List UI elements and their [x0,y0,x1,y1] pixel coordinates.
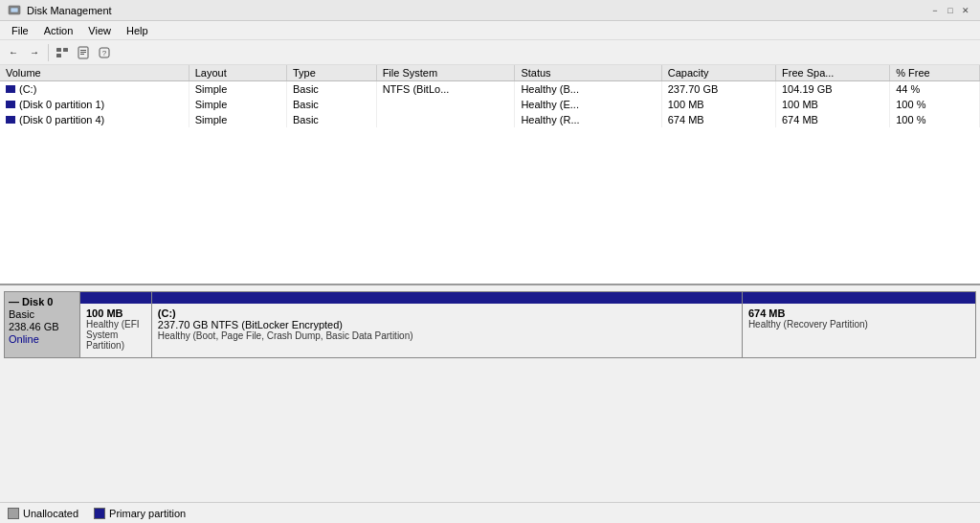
partition-recovery-size: 674 MB [748,307,969,319]
svg-text:?: ? [102,49,107,57]
menu-help[interactable]: Help [119,23,156,38]
col-layout[interactable]: Layout [189,65,286,81]
window-controls: − □ ✕ [928,4,972,17]
table-cell: Basic [286,97,376,112]
partition-recovery[interactable]: 674 MB Healthy (Recovery Partition) [743,292,975,357]
volume-icon [6,101,15,108]
volume-name: (Disk 0 partition 1) [19,99,104,110]
disk-size: 238.46 GB [9,321,76,332]
volume-name: (C:) [19,83,36,95]
table-cell: 100 MB [661,97,775,112]
partition-header-bar-recovery [743,292,975,304]
disk-name: — Disk 0 [9,296,76,307]
table-cell: 44 % [890,81,980,98]
svg-rect-2 [56,48,61,52]
menu-view[interactable]: View [80,23,119,38]
svg-rect-6 [80,50,86,51]
table-cell: 674 MB [661,112,775,127]
disk-section: — Disk 0 Basic 238.46 GB Online 100 MB H… [0,285,980,502]
table-cell: 674 MB [776,112,890,127]
col-status[interactable]: Status [515,65,661,81]
partition-main[interactable]: (C:) 237.70 GB NTFS (BitLocker Encrypted… [152,292,743,357]
svg-rect-4 [56,54,61,57]
svg-rect-1 [11,8,18,12]
cell-volume: (Disk 0 partition 1) [0,97,189,112]
col-type[interactable]: Type [286,65,376,81]
col-volume[interactable]: Volume [0,65,189,81]
main-content: Volume Layout Type File System Status Ca… [0,65,980,502]
svg-rect-8 [80,54,84,55]
disk-label-0: — Disk 0 Basic 238.46 GB Online [4,291,80,358]
partition-header-bar [80,292,151,304]
title-bar: Disk Management − □ ✕ [0,0,980,21]
table-row[interactable]: (Disk 0 partition 4)SimpleBasicHealthy (… [0,112,980,127]
col-pctfree[interactable]: % Free [890,65,980,81]
partition-main-status: Healthy (Boot, Page File, Crash Dump, Ba… [158,330,736,341]
table-cell: Simple [189,97,286,112]
volume-table-section: Volume Layout Type File System Status Ca… [0,65,980,285]
partition-efi-status: Healthy (EFI System Partition) [86,319,145,351]
disk-row-0: — Disk 0 Basic 238.46 GB Online 100 MB H… [4,291,976,358]
legend-primary-box [94,508,105,519]
legend-unalloc-box [8,508,19,519]
partition-efi[interactable]: 100 MB Healthy (EFI System Partition) [80,292,152,357]
svg-rect-3 [63,48,68,52]
table-cell [376,112,515,127]
partition-recovery-status: Healthy (Recovery Partition) [748,319,969,330]
menu-bar: File Action View Help [0,21,980,40]
disk-type: Basic [9,308,76,320]
partition-header-bar-main [152,292,742,304]
legend-primary-label: Primary partition [109,508,186,519]
table-cell: 100 % [890,112,980,127]
table-cell: Healthy (R... [515,112,661,127]
menu-file[interactable]: File [4,23,36,38]
table-cell: 100 % [890,97,980,112]
refresh-button[interactable] [53,43,72,62]
table-cell: Simple [189,81,286,98]
close-button[interactable]: ✕ [959,4,972,17]
toolbar-separator [48,44,49,61]
table-cell: Healthy (E... [515,97,661,112]
table-cell: Basic [286,81,376,98]
volume-table: Volume Layout Type File System Status Ca… [0,65,980,127]
forward-button[interactable]: → [25,43,44,62]
maximize-button[interactable]: □ [944,4,957,17]
table-cell: 100 MB [776,97,890,112]
table-cell [376,97,515,112]
table-cell: 104.19 GB [776,81,890,98]
table-row[interactable]: (C:)SimpleBasicNTFS (BitLo...Healthy (B.… [0,81,980,98]
partition-efi-size: 100 MB [86,307,145,319]
svg-rect-7 [80,52,86,53]
disk-status: Online [9,333,76,345]
table-header-row: Volume Layout Type File System Status Ca… [0,65,980,81]
legend-primary: Primary partition [94,508,186,519]
table-cell: Basic [286,112,376,127]
window-title: Disk Management [27,5,112,16]
volume-icon [6,85,15,93]
minimize-button[interactable]: − [928,4,942,17]
table-cell: 237.70 GB [661,81,775,98]
volume-name: (Disk 0 partition 4) [19,114,104,125]
menu-action[interactable]: Action [36,23,81,38]
properties-button[interactable] [74,43,93,62]
cell-volume: (Disk 0 partition 4) [0,112,189,127]
legend-unallocated: Unallocated [8,508,78,519]
help-button[interactable]: ? [95,43,114,62]
status-bar: Unallocated Primary partition [0,502,980,523]
col-capacity[interactable]: Capacity [661,65,775,81]
partition-main-fs: 237.70 GB NTFS (BitLocker Encrypted) [158,319,736,330]
legend-unalloc-label: Unallocated [23,508,78,519]
table-cell: NTFS (BitLo... [376,81,515,98]
toolbar: ← → ? [0,40,980,65]
col-freespace[interactable]: Free Spa... [776,65,890,81]
col-filesystem[interactable]: File System [376,65,515,81]
app-icon [8,4,21,17]
volume-icon [6,116,15,124]
table-row[interactable]: (Disk 0 partition 1)SimpleBasicHealthy (… [0,97,980,112]
partition-main-label: (C:) [158,307,736,319]
table-cell: Healthy (B... [515,81,661,98]
table-cell: Simple [189,112,286,127]
back-button[interactable]: ← [4,43,23,62]
cell-volume: (C:) [0,81,189,98]
disk-partitions-0: 100 MB Healthy (EFI System Partition) (C… [80,291,976,358]
